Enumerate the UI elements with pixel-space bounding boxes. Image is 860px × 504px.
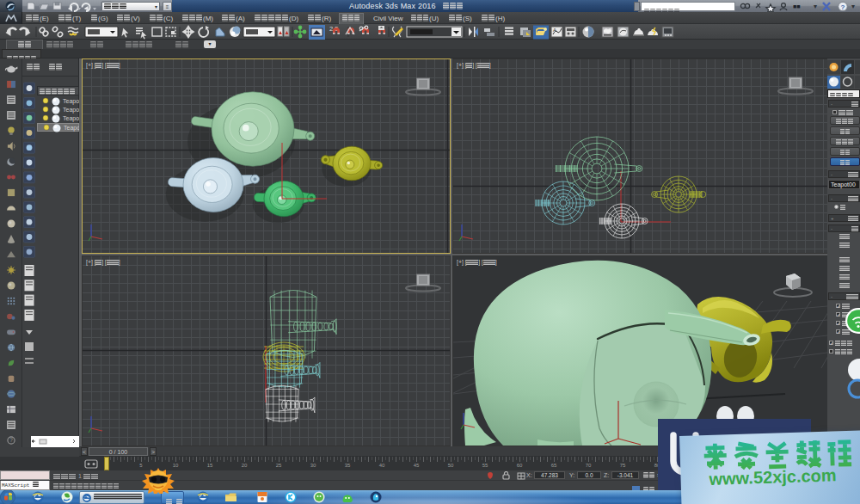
svg-text:?: ? — [9, 437, 13, 443]
svg-text:▾: ▾ — [851, 3, 855, 10]
svg-text:?: ? — [841, 3, 845, 11]
svg-text:A: A — [553, 28, 556, 33]
svg-text:■■: ■■ — [793, 3, 800, 9]
svg-text:www.52xjc.com: www.52xjc.com — [708, 465, 837, 489]
svg-text:▾: ▾ — [814, 3, 817, 10]
